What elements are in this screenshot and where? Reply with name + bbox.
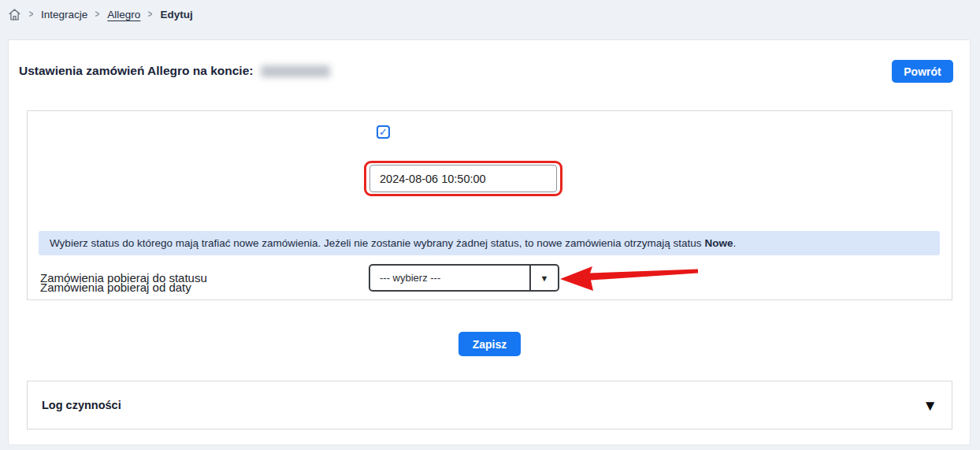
status-info-banner: Wybierz status do którego mają trafiać n… — [39, 231, 940, 255]
log-section-header[interactable]: Log czynności ▼ — [27, 381, 952, 430]
breadcrumb-separator: > — [29, 9, 34, 20]
page-title-text: Ustawienia zamówień Allegro na koncie: — [19, 64, 253, 78]
to-status-selected-value: --- wybierz --- — [370, 266, 529, 290]
checkmark-icon: ✓ — [379, 127, 388, 137]
breadcrumb-separator: > — [95, 9, 100, 20]
breadcrumb-item-edytuj: Edytuj — [160, 9, 192, 20]
status-info-bold: Nowe — [705, 237, 733, 249]
home-icon[interactable] — [8, 8, 21, 21]
chevron-down-icon: ▼ — [540, 273, 549, 283]
breadcrumb-item-allegro[interactable]: Allegro — [107, 9, 140, 20]
breadcrumb-separator: > — [148, 9, 153, 20]
breadcrumb: > Integracje > Allegro > Edytuj — [8, 6, 193, 23]
to-status-label: Zamówienia pobieraj do statusu — [40, 271, 207, 285]
breadcrumb-item-integracje[interactable]: Integracje — [41, 9, 87, 20]
red-highlight-annotation — [364, 161, 562, 196]
save-button[interactable]: Zapisz — [458, 332, 521, 356]
chevron-down-icon: ▼ — [922, 398, 937, 413]
page-title: Ustawienia zamówień Allegro na koncie: — [19, 64, 330, 78]
download-orders-checkbox[interactable]: ✓ — [377, 125, 390, 139]
back-button[interactable]: Powrót — [892, 60, 953, 83]
page: > Integracje > Allegro > Edytuj Ustawien… — [0, 0, 980, 450]
from-date-input[interactable] — [369, 165, 557, 192]
status-info-text: Wybierz status do którego mają trafiać n… — [50, 237, 702, 249]
log-section-title: Log czynności — [42, 399, 121, 411]
to-status-select[interactable]: --- wybierz --- ▼ — [369, 264, 559, 292]
account-name-blurred — [261, 65, 330, 77]
to-status-dropdown-button[interactable]: ▼ — [529, 266, 558, 290]
settings-box: Pobieraj zamówienia ✓ Zamówienia pobiera… — [27, 110, 952, 300]
status-info-suffix: . — [733, 237, 737, 249]
